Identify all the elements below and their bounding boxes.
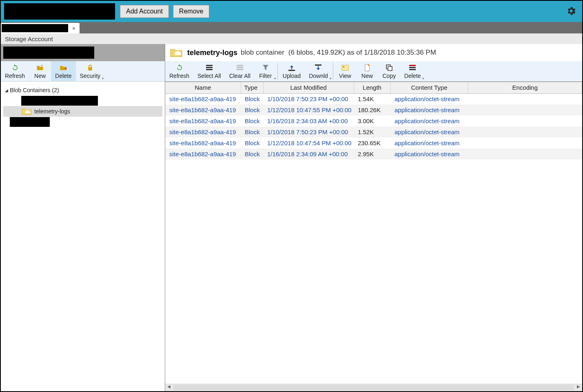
cell-length: 1.54K <box>354 93 390 104</box>
svg-rect-8 <box>315 64 321 66</box>
clear-all-button[interactable]: Clear All <box>225 61 255 81</box>
select-all-icon <box>206 64 213 72</box>
cell-content-type: application/octet-stream <box>390 115 468 126</box>
svg-rect-6 <box>237 69 243 70</box>
cloud-folder-icon <box>21 107 32 115</box>
table-row[interactable]: site-e8a1b682-a9aa-419Block1/16/2018 2:3… <box>165 148 582 159</box>
delete-button[interactable]: Delete▾ <box>400 61 425 81</box>
cell-type: Block <box>241 93 263 104</box>
delete-button[interactable]: × Delete <box>51 61 75 81</box>
tree-item-redacted-2[interactable] <box>3 117 162 127</box>
new-button[interactable]: New <box>356 61 378 81</box>
tab-strip: × <box>1 22 582 33</box>
view-icon <box>341 64 349 72</box>
cell-length: 230.65K <box>354 137 390 148</box>
select-all-button[interactable]: Select All <box>193 61 225 81</box>
cell-name: site-e8a1b682-a9aa-419 <box>165 115 241 126</box>
tab-close-icon[interactable]: × <box>71 25 77 31</box>
container-stats: (6 blobs, 419.92K) as of 1/18/2018 10:35… <box>288 49 436 57</box>
col-length[interactable]: Length <box>354 82 390 93</box>
svg-text:×: × <box>65 66 67 71</box>
svg-rect-2 <box>206 67 213 68</box>
dropdown-arrow-icon[interactable]: ▾ <box>422 77 424 80</box>
cell-modified: 1/10/2018 7:50:23 PM +00:00 <box>263 93 354 104</box>
table-row[interactable]: site-e8a1b682-a9aa-419Block1/16/2018 2:3… <box>165 115 582 126</box>
security-button[interactable]: Security ▾ <box>76 61 105 81</box>
cell-content-type: application/octet-stream <box>390 137 468 148</box>
refresh-icon <box>11 64 19 72</box>
add-account-button[interactable]: Add Account <box>120 5 169 18</box>
refresh-button[interactable]: Refresh <box>1 61 29 81</box>
col-encoding[interactable]: Encoding <box>468 82 582 93</box>
tree-item-telemetry-logs[interactable]: telemetry-logs <box>3 106 162 117</box>
dropdown-arrow-icon[interactable]: ▾ <box>330 77 331 80</box>
svg-rect-14 <box>409 67 416 68</box>
table-row[interactable]: site-e8a1b682-a9aa-419Block1/10/2018 7:5… <box>165 93 582 104</box>
redacted-account-dropdown[interactable] <box>4 3 115 20</box>
refresh-icon <box>176 64 183 72</box>
cell-length: 2.95K <box>354 148 390 159</box>
container-name: telemetry-logs <box>187 49 237 57</box>
view-button[interactable]: View <box>334 61 356 81</box>
svg-rect-15 <box>409 69 416 70</box>
scroll-track[interactable] <box>173 385 574 390</box>
settings-gear-icon[interactable] <box>566 6 576 18</box>
table-row[interactable]: site-e8a1b682-a9aa-419Block1/12/2018 10:… <box>165 104 582 115</box>
download-button[interactable]: Downld▾ <box>305 61 332 81</box>
svg-rect-7 <box>288 70 295 71</box>
cell-encoding <box>468 93 582 104</box>
cell-name: site-e8a1b682-a9aa-419 <box>165 104 241 115</box>
cell-name: site-e8a1b682-a9aa-419 <box>165 148 241 159</box>
cell-content-type: application/octet-stream <box>390 148 468 159</box>
refresh-button[interactable]: Refresh <box>165 61 193 81</box>
blob-grid[interactable]: Name Type Last Modified Length Content T… <box>165 82 582 384</box>
dropdown-arrow-icon[interactable]: ▾ <box>102 77 104 80</box>
copy-button[interactable]: Copy <box>378 61 400 81</box>
cell-modified: 1/16/2018 2:34:09 AM +00:00 <box>263 148 354 159</box>
cell-modified: 1/12/2018 10:47:54 PM +00:00 <box>263 137 354 148</box>
funnel-icon <box>262 64 269 72</box>
cell-type: Block <box>241 126 263 137</box>
svg-point-10 <box>343 66 344 68</box>
tree-item-redacted[interactable] <box>3 95 162 106</box>
redacted-node <box>10 117 50 127</box>
tree-root-label: Blob Containers (2) <box>10 87 59 93</box>
svg-rect-5 <box>237 67 243 68</box>
scroll-left-icon[interactable]: ◀ <box>165 384 173 391</box>
active-tab[interactable]: × <box>1 23 80 33</box>
col-content-type[interactable]: Content Type <box>390 82 468 93</box>
cell-content-type: application/octet-stream <box>390 93 468 104</box>
svg-rect-13 <box>409 65 416 66</box>
cell-encoding <box>468 104 582 115</box>
col-name[interactable]: Name <box>165 82 241 93</box>
left-pane: Refresh New × Delete Security ▾ ◢ Blob C… <box>1 44 165 391</box>
svg-rect-3 <box>206 69 213 70</box>
cell-encoding <box>468 115 582 126</box>
horizontal-scrollbar[interactable]: ◀ ▶ <box>165 384 582 391</box>
cell-type: Block <box>241 137 263 148</box>
cell-content-type: application/octet-stream <box>390 126 468 137</box>
remove-button[interactable]: Remove <box>173 5 210 18</box>
new-folder-icon <box>36 64 44 72</box>
cell-encoding <box>468 137 582 148</box>
upload-button[interactable]: Upload <box>279 61 305 81</box>
svg-rect-4 <box>237 65 243 66</box>
table-row[interactable]: site-e8a1b682-a9aa-419Block1/10/2018 7:5… <box>165 126 582 137</box>
cell-encoding <box>468 148 582 159</box>
tree-root-blob-containers[interactable]: ◢ Blob Containers (2) <box>3 85 162 95</box>
cell-modified: 1/16/2018 2:34:03 AM +00:00 <box>263 115 354 126</box>
breadcrumb-label: Storage Acccount <box>1 33 582 44</box>
col-modified[interactable]: Last Modified <box>263 82 354 93</box>
download-icon <box>315 64 321 72</box>
column-headers: Name Type Last Modified Length Content T… <box>165 82 582 93</box>
redacted-container-name <box>21 96 98 106</box>
lock-icon <box>87 64 93 72</box>
account-bar <box>1 44 165 61</box>
col-type[interactable]: Type <box>241 82 263 93</box>
new-button[interactable]: New <box>29 61 51 81</box>
cell-length: 180.26K <box>354 104 390 115</box>
scroll-right-icon[interactable]: ▶ <box>575 384 582 391</box>
table-row[interactable]: site-e8a1b682-a9aa-419Block1/12/2018 10:… <box>165 137 582 148</box>
filter-button[interactable]: Filter▾ <box>255 61 277 81</box>
dropdown-arrow-icon[interactable]: ▾ <box>274 77 276 80</box>
